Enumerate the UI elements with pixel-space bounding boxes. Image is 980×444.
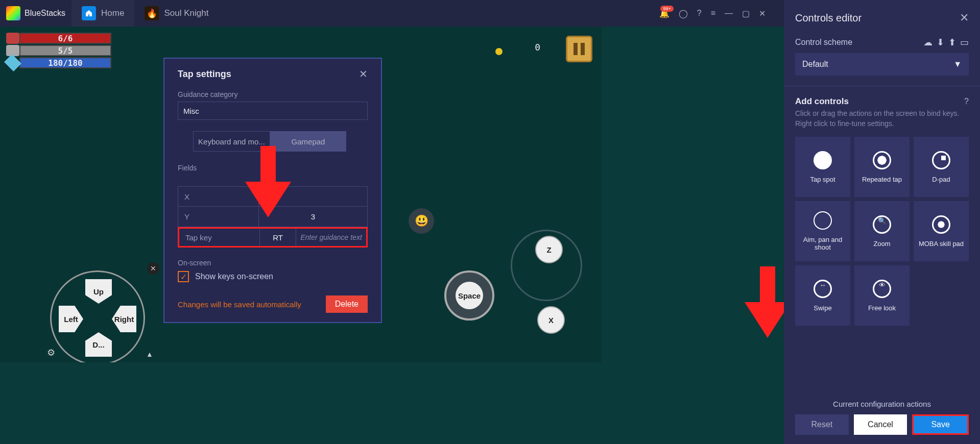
dpad-close-button[interactable]: ✕ <box>147 262 159 275</box>
tab-game[interactable]: 🔥 Soul Knight <box>134 0 219 27</box>
export-icon[interactable]: ⬆ <box>948 37 956 48</box>
chevron-down-icon: ▼ <box>953 60 962 69</box>
reset-button[interactable]: Reset <box>795 414 849 435</box>
control-moba[interactable]: MOBA skill pad <box>914 201 969 261</box>
account-icon[interactable]: ◯ <box>679 9 688 18</box>
panel-close-button[interactable]: ✕ <box>960 11 969 24</box>
tab-home[interactable]: Home <box>71 0 134 27</box>
scheme-select[interactable]: Default ▼ <box>795 53 969 76</box>
hud-shield: 5/5 <box>19 45 111 56</box>
show-keys-checkbox[interactable]: ✓ <box>178 271 189 282</box>
action-z[interactable]: Z <box>535 236 563 263</box>
logo: BlueStacks <box>0 6 71 20</box>
menu-icon[interactable]: ≡ <box>711 9 715 18</box>
zoom-icon: 🔍 <box>873 215 891 234</box>
control-dpad[interactable]: D-pad <box>914 137 969 197</box>
import-icon[interactable]: ⬇ <box>937 37 944 48</box>
control-swipe[interactable]: ↔Swipe <box>795 265 850 326</box>
control-freelook[interactable]: 👁Free look <box>854 265 910 326</box>
minimize-icon[interactable]: — <box>725 9 733 18</box>
mana-icon <box>4 54 21 71</box>
dpad-overlay[interactable]: Up D... Left Right <box>50 270 145 362</box>
save-button[interactable]: Save <box>912 414 969 435</box>
action-x[interactable]: X <box>537 306 565 334</box>
logo-text: BlueStacks <box>25 9 65 18</box>
control-aim[interactable]: Aim, pan and shoot <box>795 201 850 261</box>
emoji-button[interactable]: 😃 <box>409 208 434 234</box>
add-controls-title: Add controls <box>795 96 849 107</box>
cloud-icon[interactable]: ☁ <box>923 37 933 48</box>
show-keys-label: Show keys on-screen <box>195 272 273 281</box>
dpad-down[interactable]: D... <box>85 332 112 357</box>
help-icon[interactable]: ? <box>964 97 969 106</box>
moba-icon <box>932 215 950 234</box>
notif-badge: 99+ <box>660 6 673 12</box>
maximize-icon[interactable]: ▢ <box>742 9 750 18</box>
guidance-label: Guidance category <box>178 90 368 98</box>
hp-icon <box>6 33 19 44</box>
folder-icon[interactable]: ▭ <box>960 37 969 48</box>
coin-icon <box>495 48 503 55</box>
home-icon <box>82 6 96 20</box>
hud-mana: 180/180 <box>19 57 111 68</box>
config-actions-text: Current configuration actions <box>784 400 980 408</box>
freelook-icon: 👁 <box>873 280 891 298</box>
annotation-arrow-icon <box>245 146 291 217</box>
gear-icon[interactable]: ⚙ <box>47 347 55 358</box>
onscreen-label: On-screen <box>178 259 368 267</box>
dpad-up[interactable]: Up <box>85 279 112 304</box>
auto-save-text: Changes will be saved automatically <box>178 300 301 309</box>
scheme-value: Default <box>802 60 828 69</box>
tab-game-label: Soul Knight <box>164 8 208 18</box>
hud: 6/6 5/5 180/180 <box>6 33 111 69</box>
guidance-input[interactable] <box>178 102 368 120</box>
swipe-icon: ↔ <box>814 280 832 298</box>
aim-icon <box>814 211 832 230</box>
tab-home-label: Home <box>101 8 124 18</box>
dpad-right[interactable]: Right <box>112 306 136 332</box>
action-space[interactable]: Space <box>444 270 494 320</box>
add-controls-desc: Click or drag the actions on the screen … <box>795 109 969 129</box>
controls-grid: Tap spot Repeated tap D-pad Aim, pan and… <box>795 137 969 326</box>
dialog-close-button[interactable]: ✕ <box>359 68 368 80</box>
repeated-icon <box>873 151 891 169</box>
bluestacks-logo-icon <box>6 6 20 20</box>
control-tapspot[interactable]: Tap spot <box>795 137 850 197</box>
titlebar-actions: 🔔99+ ◯ ? ≡ — ▢ ✕ <box>659 9 766 18</box>
scheme-label: Control scheme <box>795 38 852 47</box>
help-icon[interactable]: ? <box>697 9 702 18</box>
cancel-button[interactable]: Cancel <box>854 414 907 435</box>
expand-icon[interactable]: ▲ <box>146 350 153 358</box>
close-icon[interactable]: ✕ <box>759 9 766 18</box>
control-zoom[interactable]: 🔍Zoom <box>854 201 910 261</box>
dialog-title: Tap settings <box>178 69 231 80</box>
hud-hp: 6/6 <box>19 33 111 44</box>
panel-title: Controls editor <box>795 12 862 24</box>
dpad-left[interactable]: Left <box>59 306 83 332</box>
control-repeated[interactable]: Repeated tap <box>854 137 910 197</box>
dpad-icon <box>932 151 950 169</box>
pause-button[interactable] <box>566 36 592 62</box>
field-tapkey-guidance[interactable]: Enter guidance text <box>296 229 366 246</box>
game-icon: 🔥 <box>145 6 159 20</box>
notifications-icon[interactable]: 🔔99+ <box>659 9 670 18</box>
field-tapkey-label: Tap key <box>179 229 260 246</box>
controls-editor-panel: Controls editor ✕ Control scheme ☁ ⬇ ⬆ ▭… <box>784 0 980 444</box>
tapspot-icon <box>814 151 832 169</box>
delete-button[interactable]: Delete <box>326 295 368 313</box>
hud-counter: 0 <box>535 42 540 53</box>
field-tapkey-value[interactable]: RT <box>260 229 296 246</box>
